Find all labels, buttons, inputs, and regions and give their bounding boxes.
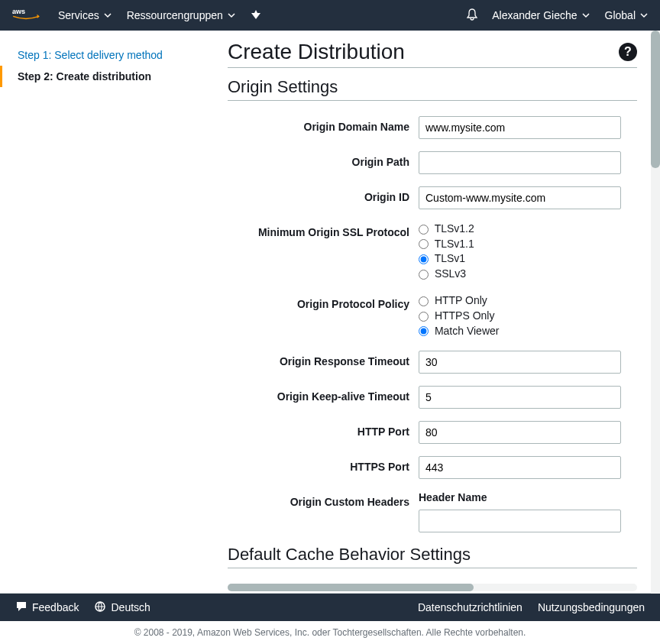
label-http-port: HTTP Port: [228, 421, 419, 444]
label-https-port: HTTPS Port: [228, 456, 419, 479]
input-keepalive-timeout[interactable]: [419, 386, 621, 409]
section-cache-behavior: Default Cache Behavior Settings: [228, 545, 637, 568]
speech-bubble-icon: [15, 600, 28, 615]
radio-tls11[interactable]: TLSv1.1: [419, 237, 637, 252]
vertical-scrollbar-thumb[interactable]: [651, 31, 660, 168]
input-origin-domain-name[interactable]: [419, 116, 621, 139]
step-1-link[interactable]: Step 1: Select delivery method: [0, 44, 202, 66]
label-origin-id: Origin ID: [228, 186, 419, 209]
input-header-name[interactable]: [419, 510, 621, 532]
copyright-text: © 2008 - 2019, Amazon Web Services, Inc.…: [0, 621, 660, 644]
language-selector[interactable]: Deutsch: [94, 600, 150, 615]
terms-link[interactable]: Nutzungsbedingungen: [538, 601, 645, 613]
vertical-scrollbar[interactable]: [651, 31, 660, 594]
nav-region[interactable]: Global: [605, 9, 648, 21]
wizard-sidebar: Step 1: Select delivery method Step 2: C…: [0, 31, 220, 593]
nav-user[interactable]: Alexander Gieche: [492, 9, 589, 21]
label-origin-path: Origin Path: [228, 151, 419, 174]
privacy-link[interactable]: Datenschutzrichtlinien: [418, 601, 522, 613]
nav-resource-groups-label: Ressourcengruppen: [127, 9, 223, 21]
radio-tls1[interactable]: TLSv1: [419, 251, 637, 267]
nav-region-label: Global: [605, 9, 636, 21]
radio-http-only[interactable]: HTTP Only: [419, 293, 637, 309]
nav-resource-groups[interactable]: Ressourcengruppen: [127, 9, 235, 21]
label-response-timeout: Origin Response Timeout: [228, 351, 419, 374]
header-name-column: Header Name: [419, 491, 637, 510]
label-custom-headers: Origin Custom Headers: [228, 491, 419, 532]
feedback-link[interactable]: Feedback: [15, 600, 79, 615]
input-origin-id[interactable]: [419, 186, 621, 209]
label-protocol-policy: Origin Protocol Policy: [228, 293, 419, 338]
page-title: Create Distribution: [228, 40, 405, 64]
caret-down-icon: [228, 9, 235, 21]
horizontal-scrollbar-thumb[interactable]: [228, 584, 474, 591]
content-scroll[interactable]: Create Distribution ? Origin Settings Or…: [220, 31, 660, 593]
input-https-port[interactable]: [419, 456, 621, 479]
footer-bar: Feedback Deutsch Datenschutzrichtlinien …: [0, 594, 660, 621]
pin-icon[interactable]: [251, 9, 261, 22]
section-origin-settings: Origin Settings: [228, 77, 637, 101]
radio-ssl3[interactable]: SSLv3: [419, 267, 637, 282]
input-http-port[interactable]: [419, 421, 621, 444]
nav-services[interactable]: Services: [58, 9, 112, 21]
label-origin-domain-name: Origin Domain Name: [228, 116, 419, 139]
caret-down-icon: [640, 9, 648, 21]
top-nav: aws Services Ressourcengruppen Alexander…: [0, 0, 660, 31]
input-origin-path[interactable]: [419, 151, 621, 174]
horizontal-scrollbar[interactable]: [228, 584, 637, 591]
bell-icon[interactable]: [466, 8, 478, 23]
help-icon[interactable]: ?: [619, 43, 637, 61]
radio-tls12[interactable]: TLSv1.2: [419, 222, 637, 237]
label-keepalive-timeout: Origin Keep-alive Timeout: [228, 386, 419, 409]
main: Step 1: Select delivery method Step 2: C…: [0, 31, 660, 594]
nav-services-label: Services: [58, 9, 99, 21]
radio-https-only[interactable]: HTTPS Only: [419, 309, 637, 324]
aws-logo[interactable]: aws: [12, 6, 58, 25]
caret-down-icon: [104, 9, 112, 21]
nav-user-label: Alexander Gieche: [492, 9, 577, 21]
input-response-timeout[interactable]: [419, 351, 621, 374]
caret-down-icon: [582, 9, 590, 21]
step-2-active: Step 2: Create distribution: [0, 66, 202, 87]
globe-icon: [94, 600, 106, 615]
radio-group-ssl: TLSv1.2 TLSv1.1 TLSv1 SSLv3: [419, 222, 637, 281]
radio-group-protocol: HTTP Only HTTPS Only Match Viewer: [419, 293, 637, 338]
svg-text:aws: aws: [12, 7, 25, 15]
label-min-ssl: Minimum Origin SSL Protocol: [228, 222, 419, 281]
radio-match-viewer[interactable]: Match Viewer: [419, 324, 637, 339]
